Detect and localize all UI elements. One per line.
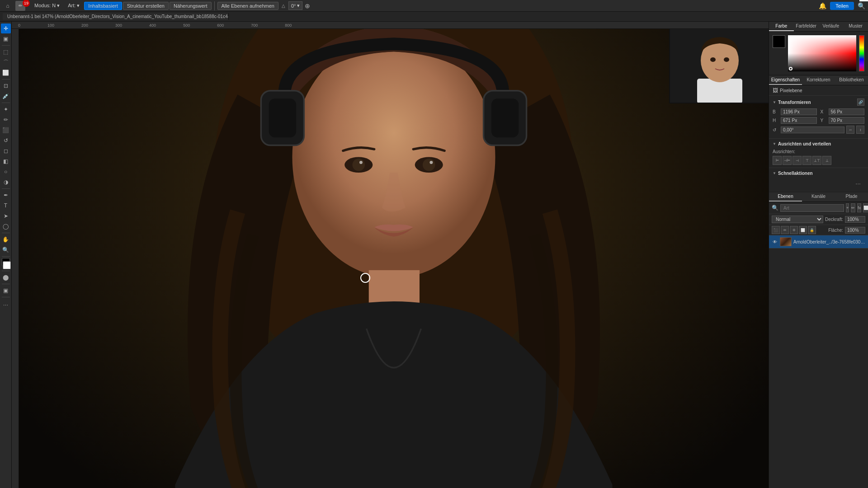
schnellaktionen-chevron-icon: ▼ — [773, 171, 776, 175]
layer-mask-btn[interactable]: ⬜ — [863, 203, 868, 212]
deckraft-input[interactable] — [845, 216, 865, 223]
lasso-tool[interactable]: ⌒ — [1, 57, 11, 67]
quick-mask-btn[interactable]: ⬤ — [1, 272, 11, 282]
alle-ebenen-btn[interactable]: Alle Ebenen aufnehmen — [217, 2, 278, 10]
schnellaktionen-header[interactable]: ▼ Schnellaktionen — [773, 171, 864, 176]
width-input[interactable] — [781, 108, 817, 115]
gradient-tool[interactable]: ◧ — [1, 156, 11, 166]
height-input[interactable] — [781, 117, 817, 124]
flip-v-icon[interactable]: ↕ — [856, 126, 864, 134]
layer-item[interactable]: 👁 ArnoldOberleiter_../3e-7658fe030679 — [769, 235, 868, 249]
artboard-tool[interactable]: ▣ — [1, 34, 11, 44]
align-center-v-btn[interactable]: ⊥⊤ — [812, 156, 821, 165]
notification-icon[interactable]: 🔔 — [819, 2, 826, 9]
lock-position-btn[interactable]: ✛ — [790, 226, 798, 234]
transform-section: ▼ Transformieren 🔗 B X H Y ↺ — [769, 96, 868, 139]
menu-modus[interactable]: Modus: N ▾ — [31, 2, 63, 9]
brush-tool[interactable]: ✏ — [1, 115, 11, 125]
blur-tool[interactable]: ○ — [1, 167, 11, 177]
align-header[interactable]: ▼ Ausrichten und verteilen — [773, 141, 864, 146]
more-tools-btn[interactable]: … — [1, 299, 11, 309]
move-tool[interactable]: ✛ — [1, 23, 11, 33]
search-icon[interactable]: 🔍 — [858, 2, 865, 9]
menu-art[interactable]: Art: ▾ — [64, 2, 83, 9]
history-brush-tool[interactable]: ↺ — [1, 136, 11, 145]
schnellaktionen-more-icon[interactable]: ··· — [855, 180, 861, 187]
stamp-tool[interactable]: ⬛ — [1, 125, 11, 135]
document-tab[interactable]: Unbenannt-1 bei 147% (ArnoldOberleiter_D… — [3, 13, 229, 20]
struktur-btn[interactable]: Struktur erstellen — [123, 2, 169, 10]
prop-tab-eigenschaften[interactable]: Eigenschaften — [769, 75, 802, 85]
align-top-btn[interactable]: ⊤ — [802, 156, 811, 165]
color-tab-verlaufe[interactable]: Verläufe — [819, 22, 844, 31]
angle-input[interactable] — [781, 127, 844, 133]
canvas-image[interactable] — [19, 29, 769, 488]
lock-all-btn[interactable]: 🔒 — [808, 226, 816, 234]
shape-tool[interactable]: ◯ — [1, 221, 11, 231]
object-selection-tool[interactable]: ⬜ — [1, 68, 11, 78]
fill-input[interactable] — [845, 227, 865, 234]
layers-search-icon[interactable]: 🔍 — [772, 205, 778, 211]
canvas-area[interactable] — [19, 29, 769, 488]
color-picker-area — [769, 32, 868, 75]
color-gradient-picker[interactable] — [788, 35, 856, 71]
align-center-h-btn[interactable]: ⊣⊢ — [783, 156, 792, 165]
eraser-tool[interactable]: ◻ — [1, 146, 11, 156]
foreground-color[interactable] — [773, 35, 785, 48]
align-chevron-icon: ▼ — [773, 142, 776, 146]
hue-slider[interactable] — [859, 35, 864, 71]
naherungswert-btn[interactable]: Näherungswert — [170, 2, 212, 10]
align-left-btn[interactable]: ⊢ — [773, 156, 782, 165]
crop-tool[interactable]: ⊡ — [1, 81, 11, 91]
lock-transparent-btn[interactable]: ⬛ — [772, 226, 780, 234]
align-bottom-btn[interactable]: ⊥ — [822, 156, 831, 165]
layer-new-btn[interactable]: + — [846, 203, 849, 212]
screen-mode-btn[interactable]: ▣ — [1, 286, 11, 296]
layer-search-input[interactable] — [780, 204, 844, 212]
pixelebene-icon: 🖼 — [773, 87, 778, 94]
blend-mode-dropdown[interactable]: Normal — [772, 216, 823, 223]
align-right-btn[interactable]: ⊣ — [793, 156, 802, 165]
layers-tab-ebenen[interactable]: Ebenen — [769, 192, 802, 202]
share-button[interactable]: Teilen — [830, 2, 854, 10]
prop-tab-bibliotheken[interactable]: Bibliotheken — [835, 75, 868, 85]
layers-tab-kanale[interactable]: Kanäle — [802, 192, 835, 202]
dodge-tool[interactable]: ◑ — [1, 177, 11, 187]
pen-tool[interactable]: ✒ — [1, 190, 11, 200]
type-tool[interactable]: T — [1, 201, 11, 211]
canvas-area-wrapper: 0 100 200 300 400 500 600 700 800 — [12, 22, 769, 488]
fill-row: ⬛ ✏ ✛ ⬜ 🔒 Fläche: — [769, 225, 868, 235]
background-color-swatch[interactable] — [3, 261, 11, 269]
inhaltsbasiert-btn[interactable]: Inhaltsbasiert — [84, 2, 122, 10]
color-tab-farbfelder[interactable]: Farbfelder — [794, 22, 819, 31]
color-tab-farbe[interactable]: Farbe — [769, 22, 794, 31]
marquee-tool[interactable]: ⬚ — [1, 47, 11, 57]
zoom-tool[interactable]: 🔍 — [1, 245, 11, 255]
transform-header[interactable]: ▼ Transformieren 🔗 — [773, 99, 864, 106]
schnellaktionen-more: ··· — [773, 178, 864, 188]
layers-tab-pfade[interactable]: Pfade — [835, 192, 868, 202]
home-icon[interactable]: ⌂ — [3, 1, 13, 11]
color-picker-cursor — [789, 67, 793, 70]
layer-edit-btn[interactable]: ✏ — [851, 203, 855, 212]
color-tab-muster[interactable]: Muster — [843, 22, 868, 31]
h-label: H — [773, 118, 779, 123]
svg-point-11 — [359, 161, 363, 164]
prop-tab-korrekturen[interactable]: Korrekturen — [802, 75, 835, 85]
flip-h-icon[interactable]: ↔ — [846, 126, 854, 134]
layer-fx-btn[interactable]: fx — [857, 203, 861, 212]
flaeche-label: Fläche: — [828, 228, 843, 233]
link-transform-icon[interactable]: 🔗 — [857, 99, 864, 106]
lock-artboard-btn[interactable]: ⬜ — [799, 226, 807, 234]
angle-dropdown[interactable]: 0° ▾ — [288, 1, 302, 10]
path-selection-tool[interactable]: ➤ — [1, 211, 11, 221]
eyedropper-tool[interactable]: 💉 — [1, 91, 11, 101]
layer-visibility-toggle[interactable]: 👁 — [772, 239, 778, 245]
lock-pixels-btn[interactable]: ✏ — [781, 226, 789, 234]
healing-brush-tool[interactable]: ✦ — [1, 104, 11, 114]
x-input[interactable] — [829, 108, 865, 115]
hand-tool[interactable]: ✋ — [1, 235, 11, 244]
svg-point-9 — [352, 159, 365, 171]
layer-name: ArnoldOberleiter_../3e-7658fe030679 — [793, 239, 865, 244]
y-input[interactable] — [829, 117, 865, 124]
